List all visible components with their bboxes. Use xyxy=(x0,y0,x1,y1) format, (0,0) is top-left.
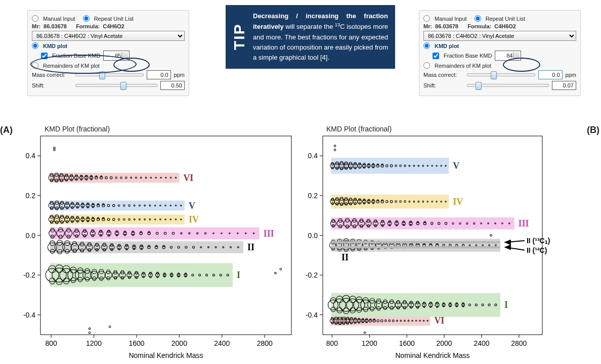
mass-slider[interactable] xyxy=(467,73,535,76)
mass-row: Mass correct: 0.0 ppm xyxy=(32,70,185,79)
svg-text:0.0: 0.0 xyxy=(26,232,36,240)
svg-text:800: 800 xyxy=(45,339,57,347)
svg-text:II: II xyxy=(341,252,349,262)
repeat-unit-radio[interactable] xyxy=(83,15,90,22)
svg-text:1200: 1200 xyxy=(86,339,102,347)
ppm-label: ppm xyxy=(566,72,576,78)
svg-text:II (¹³C₁): II (¹³C₁) xyxy=(527,237,550,245)
svg-rect-149 xyxy=(50,228,260,240)
mr-value: 86.03678 xyxy=(44,23,67,29)
label-a: (A) xyxy=(0,125,13,135)
formula-label: Formula: xyxy=(76,23,100,29)
svg-marker-716 xyxy=(505,240,510,244)
svg-text:1600: 1600 xyxy=(128,339,144,347)
svg-text:2400: 2400 xyxy=(474,339,489,347)
manual-input-radio[interactable] xyxy=(32,15,38,22)
kmd-plot-radio[interactable] xyxy=(423,42,430,49)
remainders-radio[interactable] xyxy=(423,62,430,69)
formula-value: C4H6O2 xyxy=(494,23,516,29)
shift-value[interactable]: 0.07 xyxy=(552,81,576,90)
unit-dropdown[interactable]: 86.03678 : C4H6O2 : Vinyl Acetate xyxy=(423,31,576,41)
mass-value[interactable]: 0.0 xyxy=(147,70,171,79)
svg-text:Nominal Kendrick Mass: Nominal Kendrick Mass xyxy=(395,351,469,359)
svg-text:-0.2: -0.2 xyxy=(23,271,35,279)
fraction-checkbox[interactable] xyxy=(41,53,48,59)
fraction-checkbox[interactable] xyxy=(433,53,439,59)
kmd-plot-radio[interactable] xyxy=(32,42,38,49)
repeat-unit-label: Repeat Unit List xyxy=(486,16,525,22)
remainders-label: Remainders of KM plot xyxy=(435,63,491,69)
label-b: (B) xyxy=(587,125,599,135)
unit-dropdown-row: 86.03678 : C4H6O2 : Vinyl Acetate xyxy=(423,31,576,41)
svg-text:Nominal Kendrick Mass: Nominal Kendrick Mass xyxy=(128,351,203,359)
input-mode-row: Manual Input Repeat Unit List xyxy=(423,15,576,22)
panel-a: Manual Input Repeat Unit List Mr: 86.036… xyxy=(27,10,189,96)
svg-text:II (¹²C): II (¹²C) xyxy=(527,246,547,254)
mr-label: Mr: xyxy=(32,23,40,29)
ppm-label: ppm xyxy=(174,72,185,78)
tip-text: Decreasing / increasing the fraction ite… xyxy=(253,12,388,61)
shift-label: Shift: xyxy=(32,82,72,88)
mr-value: 86.03678 xyxy=(435,23,458,29)
mr-row: Mr: 86.03678 Formula: C4H6O2 xyxy=(32,23,185,29)
fraction-spin[interactable]: 85 xyxy=(103,51,130,61)
manual-input-label: Manual Input xyxy=(43,16,75,22)
shift-row: Shift: 0.50 xyxy=(32,81,185,90)
svg-point-350 xyxy=(275,272,277,274)
remainders-label: Remainders of KM plot xyxy=(43,63,100,69)
mass-row: Mass correct: 0.0 ppm xyxy=(423,70,576,79)
remainders-row: Remainders of KM plot xyxy=(32,62,185,69)
shift-label: Shift: xyxy=(423,82,464,88)
tip-label: TIP xyxy=(230,5,249,69)
fraction-spin[interactable]: 84 xyxy=(495,51,521,61)
fraction-label: Fraction Base KMD xyxy=(444,53,492,59)
svg-text:0.4: 0.4 xyxy=(308,152,318,160)
svg-rect-92 xyxy=(50,241,243,253)
svg-text:I: I xyxy=(237,270,240,280)
plot-a-title: KMD Plot (fractional) xyxy=(45,125,110,133)
formula-value: C4H6O2 xyxy=(103,23,124,29)
svg-text:0.2: 0.2 xyxy=(308,192,318,200)
formula-label: Formula: xyxy=(467,23,491,29)
repeat-unit-radio[interactable] xyxy=(475,15,481,22)
kmd-plot-row: KMD plot xyxy=(423,42,576,49)
svg-point-346 xyxy=(54,147,56,149)
plot-b-title: KMD Plot (fractional) xyxy=(326,125,392,133)
shift-value[interactable]: 0.50 xyxy=(160,81,185,90)
fraction-row: Fraction Base KMD 84 xyxy=(423,51,576,61)
svg-text:-0.4: -0.4 xyxy=(23,311,35,319)
repeat-unit-label: Repeat Unit List xyxy=(94,16,134,22)
shift-slider[interactable] xyxy=(467,84,549,87)
svg-text:2400: 2400 xyxy=(214,339,230,347)
svg-text:V: V xyxy=(453,161,459,171)
remainders-radio[interactable] xyxy=(32,62,38,69)
unit-dropdown[interactable]: 86.03678 : C4H6O2 : Vinyl Acetate xyxy=(32,31,185,41)
tip-box: TIP Decreasing / increasing the fraction… xyxy=(226,5,395,69)
shift-slider[interactable] xyxy=(75,84,157,87)
mr-label: Mr: xyxy=(423,23,432,29)
tip-t1: will separate the xyxy=(284,23,335,30)
mass-value[interactable]: 0.0 xyxy=(538,70,563,79)
svg-text:1200: 1200 xyxy=(362,339,377,347)
svg-text:1600: 1600 xyxy=(399,339,415,347)
manual-input-radio[interactable] xyxy=(423,15,430,22)
kmd-plot-label: KMD plot xyxy=(435,43,459,49)
svg-point-351 xyxy=(280,268,282,270)
svg-rect-709 xyxy=(331,246,500,249)
svg-point-345 xyxy=(54,149,56,151)
mr-row: Mr: 86.03678 Formula: C4H6O2 xyxy=(423,23,576,29)
svg-text:2800: 2800 xyxy=(257,339,273,347)
svg-text:-0.2: -0.2 xyxy=(306,271,318,279)
svg-text:0.0: 0.0 xyxy=(308,232,318,240)
svg-point-347 xyxy=(89,328,91,330)
svg-text:IV: IV xyxy=(189,214,199,224)
svg-marker-719 xyxy=(505,245,510,249)
svg-text:2000: 2000 xyxy=(437,339,452,347)
svg-point-712 xyxy=(364,332,366,334)
remainders-row: Remainders of KM plot xyxy=(423,62,576,69)
svg-text:III: III xyxy=(519,218,529,229)
mass-label: Mass correct: xyxy=(32,72,72,78)
svg-text:0.4: 0.4 xyxy=(26,152,36,160)
mass-slider[interactable] xyxy=(75,73,144,76)
svg-text:800: 800 xyxy=(326,339,338,347)
